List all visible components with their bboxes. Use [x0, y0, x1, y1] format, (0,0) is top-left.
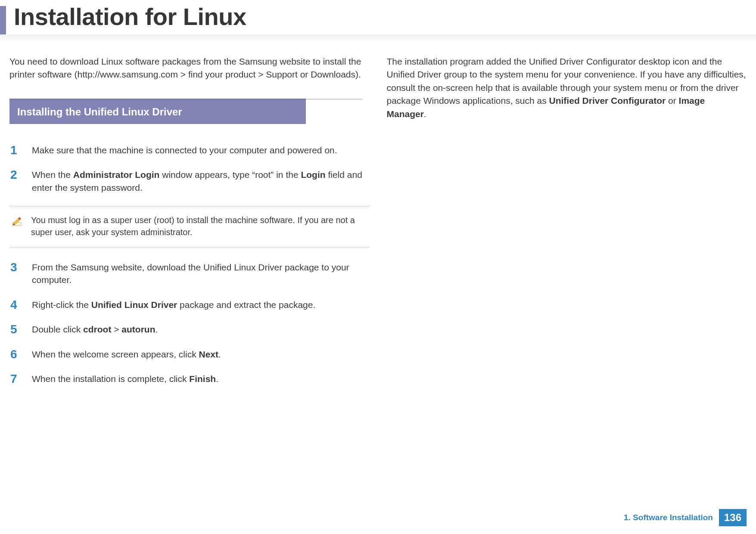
- left-column: You need to download Linux software pack…: [9, 55, 370, 397]
- page-footer: 1. Software Installation 136: [624, 509, 747, 526]
- page-header: Installation for Linux: [0, 0, 756, 42]
- step-text: Double click cdroot > autorun.: [32, 323, 158, 335]
- text-segment: window appears, type “root” in the: [159, 170, 301, 180]
- step-number: 2: [10, 168, 22, 181]
- step-text: Right-click the Unified Linux Driver pac…: [32, 298, 315, 311]
- bold-text: Finish: [189, 374, 216, 384]
- text-segment: .: [424, 109, 426, 119]
- step-4: 4 Right-click the Unified Linux Driver p…: [9, 298, 370, 311]
- bold-text: autorun: [121, 324, 155, 334]
- step-text: When the installation is complete, click…: [32, 373, 218, 385]
- step-number: 4: [10, 298, 22, 311]
- bold-text: cdroot: [83, 324, 111, 334]
- step-number: 6: [10, 348, 22, 360]
- header-bar: Installation for Linux: [0, 3, 756, 34]
- text-segment: Double click: [32, 324, 83, 334]
- note-inner: You must log in as a super user (root) t…: [9, 206, 370, 248]
- header-accent-tab: [0, 6, 6, 34]
- header-shadow: [0, 34, 756, 42]
- content-columns: You need to download Linux software pack…: [0, 42, 756, 397]
- intro-paragraph: You need to download Linux software pack…: [9, 55, 370, 81]
- text-segment: When the: [32, 170, 73, 180]
- text-segment: When the welcome screen appears, click: [32, 349, 199, 359]
- step-3: 3 From the Samsung website, download the…: [9, 261, 370, 286]
- step-7: 7 When the installation is complete, cli…: [9, 373, 370, 385]
- step-text: When the welcome screen appears, click N…: [32, 348, 221, 360]
- note-pencil-icon: [11, 215, 23, 227]
- text-segment: When the installation is complete, click: [32, 374, 189, 384]
- note-box: You must log in as a super user (root) t…: [9, 206, 370, 248]
- page-title: Installation for Linux: [6, 3, 246, 30]
- step-number: 5: [10, 323, 22, 335]
- text-segment: .: [216, 374, 218, 384]
- step-number: 7: [10, 373, 22, 385]
- section-header: Installing the Unified Linux Driver: [9, 99, 306, 124]
- step-text: Make sure that the machine is connected …: [32, 144, 337, 156]
- text-segment: package and extract the package.: [177, 300, 315, 310]
- text-segment: or: [666, 96, 678, 106]
- bold-text: Next: [199, 349, 219, 359]
- text-segment: .: [218, 349, 221, 359]
- right-paragraph: The installation program added the Unifi…: [387, 55, 747, 121]
- bold-text: Administrator Login: [73, 170, 160, 180]
- step-6: 6 When the welcome screen appears, click…: [9, 348, 370, 360]
- right-column: The installation program added the Unifi…: [387, 55, 747, 397]
- step-5: 5 Double click cdroot > autorun.: [9, 323, 370, 335]
- text-segment: Right-click the: [32, 300, 91, 310]
- section-wrap: Installing the Unified Linux Driver: [9, 99, 362, 135]
- footer-chapter-label: 1. Software Installation: [624, 513, 713, 522]
- note-text: You must log in as a super user (root) t…: [31, 214, 366, 238]
- step-number: 1: [10, 144, 22, 156]
- step-number: 3: [10, 261, 22, 273]
- step-1: 1 Make sure that the machine is connecte…: [9, 144, 370, 156]
- step-text: When the Administrator Login window appe…: [32, 168, 370, 194]
- footer-page-number: 136: [719, 509, 747, 526]
- step-2: 2 When the Administrator Login window ap…: [9, 168, 370, 194]
- bold-text: Unified Linux Driver: [91, 300, 177, 310]
- bold-text: Unified Driver Configurator: [549, 96, 666, 106]
- text-segment: .: [155, 324, 158, 334]
- step-text: From the Samsung website, download the U…: [32, 261, 370, 286]
- bold-text: Login: [301, 170, 325, 180]
- text-segment: >: [111, 324, 121, 334]
